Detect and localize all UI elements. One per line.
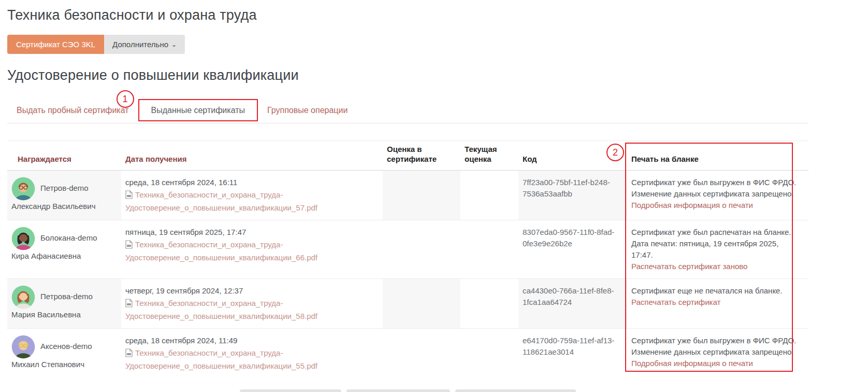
annotation-step-1-badge: 1 (117, 90, 134, 108)
print-status: Сертификат уже был выгружен в ФИС ФРДО.И… (631, 177, 802, 200)
print-action-link[interactable]: Подробная информация о печати (631, 200, 753, 211)
current-grade-cell (460, 171, 518, 220)
current-grade-cell (460, 220, 518, 279)
print-status-line: Изменение данных сертификата запрещено. (631, 188, 802, 200)
certificate-code: e64170d0-759a-11ef-af13-118621ae3014 (518, 329, 627, 379)
column-header-date[interactable]: Дата получения (121, 141, 383, 171)
column-header-print: Печать на бланке (627, 141, 808, 171)
avatar (11, 227, 35, 250)
table-header-row: Награждается Дата получения Оценка в сер… (7, 141, 808, 171)
print-status-line: Сертификат еще не печатался на бланке. (631, 285, 802, 297)
print-action-link[interactable]: Распечатать сертификат заново (631, 261, 747, 272)
annotation-box-1: 1 Выданные сертификаты (138, 99, 258, 121)
certificate-seo3kl-button[interactable]: Сертификат СЭО 3KL (7, 35, 104, 54)
table-row: Петрова-demo Мария Васильевна четверг, 1… (7, 279, 808, 329)
table-row: Аксенов-demo Михаил Степанович среда, 18… (7, 329, 808, 379)
current-grade-cell (460, 279, 518, 329)
more-dropdown-button[interactable]: Дополнительно⌄ (104, 35, 185, 54)
print-status: Сертификат еще не печатался на бланке. (631, 285, 802, 297)
download-ods-button[interactable]: Скачать в формате ODS (240, 389, 341, 392)
pdf-icon (125, 190, 133, 202)
certificate-page: Техника безопасности и охрана труда Серт… (0, 0, 868, 392)
page-title: Удостоверение о повышении квалификации (7, 67, 808, 83)
print-status-line: Сертификат уже был выгружен в ФИС ФРДО. (631, 177, 802, 188)
print-status-line: Сертификат уже был распечатан на бланке. (631, 227, 802, 238)
tab-issued-certificates[interactable]: Выданные сертификаты (151, 106, 245, 115)
print-status-line: Сертификат уже был выгружен в ФИС ФРДО. (631, 335, 802, 346)
chevron-down-icon: ⌄ (171, 41, 177, 48)
current-grade-cell (460, 329, 518, 379)
print-status: Сертификат уже был выгружен в ФИС ФРДО.И… (631, 335, 802, 358)
avatar (11, 335, 35, 359)
annotation-step-2-badge: 2 (606, 144, 624, 161)
grade-in-certificate-cell (383, 171, 460, 220)
issued-certificates-table: Награждается Дата получения Оценка в сер… (7, 141, 808, 378)
certificate-pdf-link[interactable]: Техника_безопасности_и_охрана_труда-Удос… (125, 190, 317, 212)
more-dropdown-label: Дополнительно (112, 40, 168, 49)
pdf-icon (125, 240, 133, 252)
issue-date: среда, 18 сентября 2024, 11:49 (125, 335, 377, 346)
certificate-pdf-link[interactable]: Техника_безопасности_и_охрана_труда-Удос… (125, 299, 317, 320)
download-buttons: Скачать в формате ODS Скачать в формате … (7, 389, 808, 392)
column-header-grade-current: Текущая оценка (460, 141, 518, 171)
certificate-code: ca4430e0-766a-11ef-8fe8-1fca1aa64724 (518, 279, 627, 329)
certificate-seo3kl-label: Сертификат СЭО 3KL (16, 40, 95, 49)
tab-bar: Выдать пробный сертификат 1 Выданные сер… (7, 99, 808, 123)
tab-issue-test-certificate[interactable]: Выдать пробный сертификат (16, 100, 130, 123)
certificate-pdf-link[interactable]: Техника_безопасности_и_охрана_труда-Удос… (125, 240, 317, 262)
issue-date: пятница, 19 сентября 2025, 17:47 (125, 227, 377, 238)
print-status-line: Дата печати: пятница, 19 сентября 2025, … (631, 238, 802, 261)
download-excel-button[interactable]: Скачать в формате Excel (346, 389, 450, 392)
avatar (11, 177, 35, 201)
column-header-grade-cert: Оценка в сертификате (383, 141, 460, 171)
print-status-line: Изменение данных сертификата запрещено. (631, 346, 802, 358)
grade-in-certificate-cell (383, 329, 460, 379)
tab-group-operations[interactable]: Групповые операции (266, 100, 349, 123)
issue-date: среда, 18 сентября 2024, 16:11 (125, 177, 377, 188)
issue-date: четверг, 19 сентября 2024, 12:37 (125, 285, 377, 297)
column-header-awarded[interactable]: Награждается (7, 141, 121, 171)
print-status: Сертификат уже был распечатан на бланке.… (631, 227, 802, 261)
download-text-button[interactable]: Скачать в текстовом формате (455, 389, 576, 392)
certificate-code: 7ff23a00-75bf-11ef-b248-7536a53aafbb (518, 171, 627, 220)
pdf-icon (125, 348, 133, 360)
toolbar: Сертификат СЭО 3KL Дополнительно⌄ (7, 35, 808, 54)
certificate-pdf-link[interactable]: Техника_безопасности_и_охрана_труда-Удос… (125, 348, 317, 370)
avatar (11, 285, 35, 309)
pdf-icon (125, 299, 133, 311)
certificates-table-wrap: Награждается Дата получения Оценка в сер… (7, 141, 808, 378)
print-action-link[interactable]: Распечатать сертификат (631, 297, 720, 308)
grade-in-certificate-cell (383, 220, 460, 279)
table-row: Петров-demo Александр Васильевич среда, … (7, 171, 808, 220)
grade-in-certificate-cell (383, 279, 460, 329)
certificate-code: 8307eda0-9567-11f0-8fad-0fe3e9e26b2e (518, 220, 627, 279)
print-action-link[interactable]: Подробная информация о печати (631, 358, 753, 369)
course-title: Техника безопасности и охрана труда (7, 7, 808, 23)
table-row: Болокана-demo Кира Афанасиевна пятница, … (7, 220, 808, 279)
